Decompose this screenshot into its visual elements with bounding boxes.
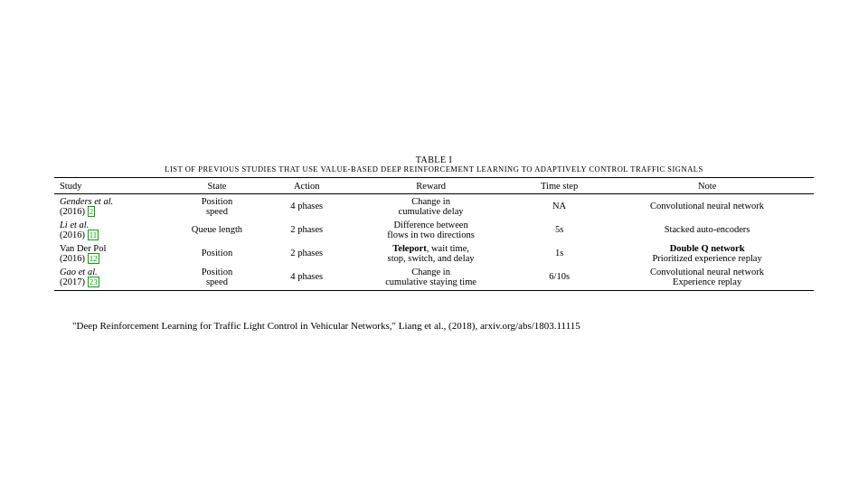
reward-cell: Change incumulative delay bbox=[344, 193, 518, 218]
ref-link: 11 bbox=[88, 230, 99, 240]
study-cell: Genders et al. (2016) 2 bbox=[54, 193, 165, 218]
studies-table: Study State Action Reward Time step Note… bbox=[54, 177, 814, 291]
action-cell: 2 phases bbox=[269, 218, 344, 241]
citation: "Deep Reinforcement Learning for Traffic… bbox=[54, 318, 814, 334]
reward-cell: Teleport, wait time,stop, switch, and de… bbox=[344, 241, 518, 265]
timestep-cell: NA bbox=[518, 193, 600, 218]
action-cell: 4 phases bbox=[269, 193, 344, 218]
timestep-cell: 1s bbox=[518, 241, 600, 265]
page-container: TABLE I LIST OF PREVIOUS STUDIES THAT US… bbox=[45, 136, 823, 352]
timestep-cell: 5s bbox=[518, 218, 600, 241]
table-title-sub: LIST OF PREVIOUS STUDIES THAT USE VALUE-… bbox=[54, 164, 814, 174]
study-name: Gao et al. bbox=[60, 267, 98, 277]
col-action: Action bbox=[269, 177, 344, 193]
table-row: Van Der Pol (2016) 12 Position 2 phases … bbox=[54, 241, 814, 265]
ref-link: 12 bbox=[88, 253, 99, 264]
note-cell: Convolutional neural network bbox=[600, 193, 814, 218]
table-row: Li et al. (2016) 11 Queue length 2 phase… bbox=[54, 218, 814, 241]
reward-cell: Change incumulative staying time bbox=[344, 265, 518, 291]
study-cell: Van Der Pol (2016) 12 bbox=[54, 241, 165, 265]
state-cell: Queue length bbox=[165, 218, 270, 241]
study-name: Li et al. bbox=[60, 220, 89, 230]
note-cell: Convolutional neural networkExperience r… bbox=[600, 265, 814, 291]
citation-text: "Deep Reinforcement Learning for Traffic… bbox=[72, 320, 580, 331]
reward-cell: Difference betweenflows in two direction… bbox=[344, 218, 518, 241]
study-cell: Gao et al. (2017) 23 bbox=[54, 265, 165, 291]
note-cell: Stacked auto-encoders bbox=[600, 218, 814, 241]
state-cell: Position bbox=[165, 241, 270, 265]
action-cell: 2 phases bbox=[269, 241, 344, 265]
col-timestep: Time step bbox=[518, 177, 600, 193]
col-reward: Reward bbox=[344, 177, 518, 193]
col-state: State bbox=[165, 177, 270, 193]
state-cell: Positionspeed bbox=[165, 265, 270, 291]
study-cell: Li et al. (2016) 11 bbox=[54, 218, 165, 241]
table-row: Genders et al. (2016) 2 Positionspeed 4 … bbox=[54, 193, 814, 218]
table-title: TABLE I LIST OF PREVIOUS STUDIES THAT US… bbox=[54, 155, 814, 174]
action-cell: 4 phases bbox=[269, 265, 344, 291]
timestep-cell: 6/10s bbox=[518, 265, 600, 291]
table-title-main: TABLE I bbox=[54, 155, 814, 164]
col-note: Note bbox=[600, 177, 814, 193]
state-cell: Positionspeed bbox=[165, 193, 270, 218]
ref-link: 2 bbox=[88, 206, 96, 217]
ref-link: 23 bbox=[88, 277, 99, 287]
note-cell: Double Q networkPrioritized experience r… bbox=[600, 241, 814, 265]
table-row: Gao et al. (2017) 23 Positionspeed 4 pha… bbox=[54, 265, 814, 291]
study-name: Genders et al. bbox=[60, 196, 113, 206]
col-study: Study bbox=[54, 177, 165, 193]
